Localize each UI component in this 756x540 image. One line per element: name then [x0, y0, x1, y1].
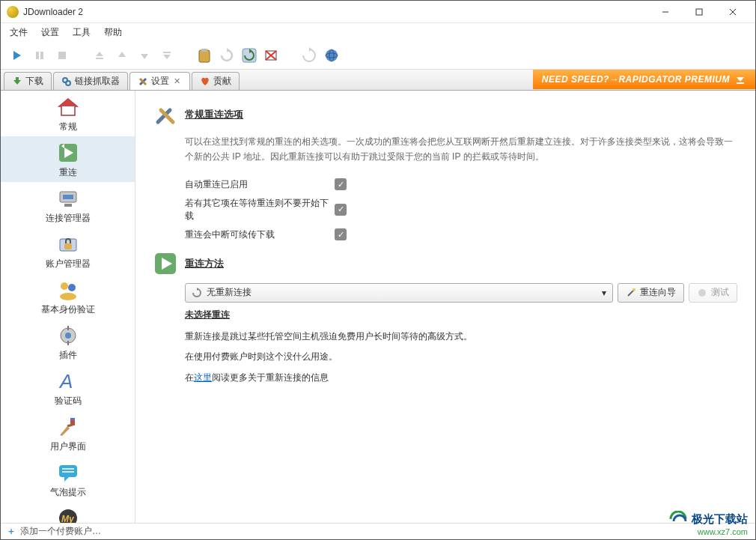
svg-marker-10	[118, 52, 126, 57]
tab-label: 下载	[25, 75, 43, 88]
menu-help[interactable]: 帮助	[98, 24, 128, 41]
download-icon	[12, 76, 22, 87]
sidebar-item-connection-manager[interactable]: 连接管理器	[1, 182, 135, 228]
banner-download-icon	[734, 73, 746, 85]
svg-marker-12	[163, 55, 171, 59]
option-label: 若有其它项在等待重连则不要开始下载	[185, 197, 335, 222]
sidebar-item-captcha[interactable]: A 验证码	[1, 365, 135, 410]
refresh-icon	[192, 288, 202, 298]
svg-rect-14	[199, 50, 210, 62]
sidebar-item-bubble[interactable]: 气泡提示	[1, 456, 135, 502]
reconnect-play-icon	[153, 252, 177, 276]
tab-donate[interactable]: 贡献	[192, 72, 240, 90]
maximize-button[interactable]	[682, 1, 716, 22]
checkbox-auto-reconnect[interactable]: ✓	[335, 178, 347, 190]
premium-banner[interactable]: NEED SPEED?→RAPIDGATOR PREMIUM	[533, 70, 755, 89]
paint-icon	[56, 415, 80, 439]
sidebar-item-myjdownloader[interactable]: My 我的 JDownloader	[1, 502, 135, 523]
more-info-link[interactable]: 这里	[194, 372, 212, 383]
play-button[interactable]	[7, 45, 28, 66]
sidebar-item-reconnect[interactable]: 重连	[1, 136, 135, 182]
window-controls	[648, 1, 749, 22]
svg-rect-40	[64, 204, 72, 207]
move-top-button[interactable]	[89, 45, 110, 66]
update-button[interactable]	[299, 45, 320, 66]
option-auto-reconnect: 自动重连已启用 ✓	[185, 178, 737, 191]
tab-label: 设置	[151, 75, 169, 88]
svg-marker-55	[64, 476, 70, 482]
wrench-icon	[153, 103, 177, 127]
add-account-icon[interactable]: ＋	[7, 525, 16, 538]
svg-rect-42	[64, 243, 72, 249]
add-account-link[interactable]: 添加一个付费账户…	[20, 525, 101, 538]
users-icon	[56, 278, 80, 302]
sidebar-item-account-manager[interactable]: 账户管理器	[1, 228, 135, 273]
svg-rect-54	[59, 465, 77, 477]
tab-settings[interactable]: 设置 ✕	[129, 72, 190, 90]
lock-icon	[56, 232, 80, 256]
svg-point-23	[326, 49, 338, 61]
svg-point-68	[698, 289, 706, 297]
sidebar-item-plugins[interactable]: 插件	[1, 319, 135, 365]
section-general-reconnect: 常规重连选项	[153, 103, 737, 127]
window-title: JDownloader 2	[23, 7, 648, 17]
sidebar-item-ui[interactable]: 用户界面	[1, 410, 135, 456]
sidebar-item-label: 验证码	[55, 395, 82, 407]
clipboard-monitor-button[interactable]	[261, 45, 282, 66]
toolbar	[1, 41, 755, 70]
menu-file[interactable]: 文件	[4, 24, 34, 41]
reconnect-toggle-button[interactable]	[216, 45, 237, 66]
menu-settings[interactable]: 设置	[35, 24, 65, 41]
button-label: 测试	[711, 286, 729, 299]
clipboard-button[interactable]	[194, 45, 215, 66]
sidebar-item-label: 账户管理器	[46, 258, 91, 270]
checkbox-interrupt[interactable]: ✓	[335, 228, 347, 240]
subsection-title: 未选择重连	[185, 309, 737, 321]
settings-content: 常规重连选项 可以在这里找到常规的重连的相关选项。一次成功的重连将会把您从互联网…	[135, 91, 755, 523]
settings-icon	[138, 76, 148, 87]
menu-bar: 文件 设置 工具 帮助	[1, 23, 755, 41]
sidebar-item-general[interactable]: 常规	[1, 91, 135, 136]
svg-rect-5	[36, 52, 39, 59]
sidebar-item-basic-auth[interactable]: 基本身份验证	[1, 273, 135, 319]
checkbox-dont-start[interactable]: ✓	[335, 204, 347, 216]
move-up-button[interactable]	[112, 45, 132, 66]
sidebar-item-label: 连接管理器	[46, 212, 91, 225]
button-label: 重连向导	[640, 286, 676, 299]
reconnect-wizard-button[interactable]: 重连向导	[618, 283, 684, 303]
svg-marker-35	[59, 99, 77, 106]
minimize-button[interactable]	[648, 1, 682, 22]
stop-button[interactable]	[52, 45, 73, 66]
sidebar-item-label: 常规	[59, 121, 77, 133]
settings-sidebar: 常规 重连 连接管理器 账户管理器 基本身份验证 插件 A 验证码 用户界面	[1, 91, 135, 523]
tab-downloads[interactable]: 下载	[4, 72, 52, 90]
close-button[interactable]	[716, 1, 749, 22]
test-button[interactable]: 测试	[689, 283, 737, 303]
svg-point-44	[68, 284, 76, 291]
auto-reconnect-button[interactable]	[239, 45, 260, 66]
sidebar-item-label: 重连	[59, 166, 77, 179]
watermark: 极光下载站 www.xz7.com	[669, 511, 748, 536]
move-down-button[interactable]	[134, 45, 155, 66]
tab-linkgrabber[interactable]: 链接抓取器	[53, 72, 128, 90]
move-bottom-button[interactable]	[156, 45, 177, 66]
section-title: 常规重连选项	[185, 108, 243, 121]
svg-point-45	[60, 293, 76, 300]
dropdown-value: 无重新连接	[207, 286, 252, 299]
svg-rect-1	[696, 9, 702, 15]
svg-point-43	[61, 282, 68, 290]
globe-button[interactable]	[321, 45, 342, 66]
svg-point-47	[65, 333, 71, 339]
svg-rect-52	[70, 418, 75, 420]
status-bar: ＋ 添加一个付费账户…	[1, 523, 755, 539]
option-label: 自动重连已启用	[185, 178, 335, 191]
watermark-name: 极光下载站	[692, 512, 748, 527]
wand-icon	[626, 288, 636, 298]
menu-tools[interactable]: 工具	[67, 24, 97, 41]
reconnect-method-dropdown[interactable]: 无重新连接 ▾	[185, 283, 613, 303]
myjd-icon: My	[56, 506, 80, 523]
svg-text:A: A	[58, 370, 73, 392]
pause-button[interactable]	[29, 45, 50, 66]
svg-rect-9	[96, 58, 103, 59]
tab-close-icon[interactable]: ✕	[172, 76, 182, 86]
